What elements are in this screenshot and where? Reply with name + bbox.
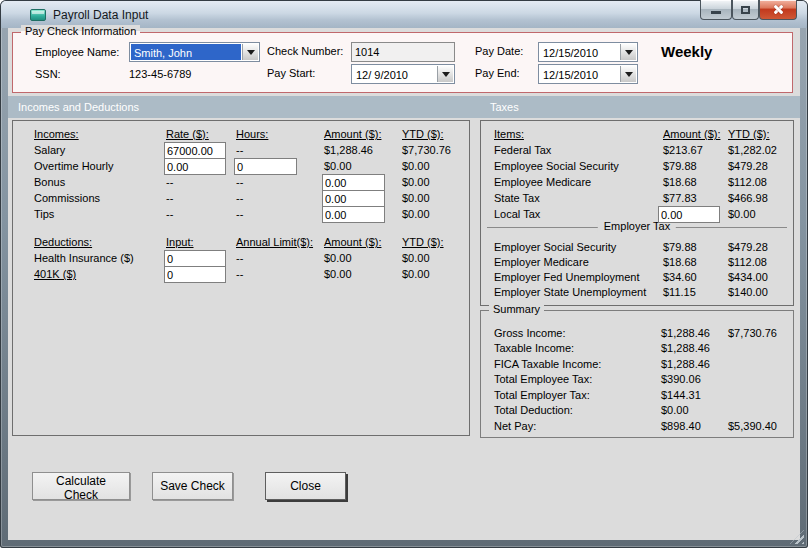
label-net-pay: Net Pay: xyxy=(494,420,536,432)
cell-net-pay-ytd: $5,390.40 xyxy=(728,420,777,432)
input-401k-input[interactable] xyxy=(164,266,226,283)
employer-row-employer-state-unemployment: Employer State Unemployment$11.15$140.00 xyxy=(487,285,787,301)
employer-row-employer-social-security: Employer Social Security$79.88$479.28 xyxy=(487,240,787,256)
pay-start-dropdown-button[interactable] xyxy=(437,66,453,82)
input-overtime-hourly-rate[interactable] xyxy=(164,158,226,175)
incomes-header-ytd: YTD ($): xyxy=(402,128,444,140)
summary-row-net-pay: Net Pay:$898.40$5,390.40 xyxy=(481,419,793,435)
check-number-input[interactable] xyxy=(351,42,455,62)
cell-gross-income-ytd: $7,730.76 xyxy=(728,327,777,339)
chevron-down-icon xyxy=(247,50,255,55)
income-row-bonus: Bonus----$0.00 xyxy=(13,175,469,191)
income-row-salary: Salary--$1,288.46$7,730.76 xyxy=(13,143,469,159)
summary-row-total-deduction: Total Deduction:$0.00 xyxy=(481,403,793,419)
incomes-header-row: Incomes:Rate ($):Hours:Amount ($):YTD ($… xyxy=(13,127,469,143)
deductions-header-input: Input: xyxy=(166,236,194,248)
cell-commissions-ytd: $0.00 xyxy=(402,192,430,204)
chevron-down-icon xyxy=(442,72,450,77)
employee-name-value: Smith, John xyxy=(131,44,241,60)
pay-date-value: 12/15/2010 xyxy=(540,44,619,60)
maximize-button[interactable] xyxy=(732,0,759,20)
label-fica-taxable-income: FICA Taxable Income: xyxy=(494,358,601,370)
pay-date-dropdown-button[interactable] xyxy=(620,44,636,60)
pay-end-dropdown-button[interactable] xyxy=(620,66,636,82)
input-commissions-amount[interactable] xyxy=(322,190,385,207)
maximize-icon xyxy=(741,6,750,14)
employee-name-label: Employee Name: xyxy=(35,46,119,58)
close-icon xyxy=(772,4,783,15)
employee-name-combobox[interactable]: Smith, John xyxy=(129,42,260,62)
cell-gross-income-amount: $1,288.46 xyxy=(661,327,710,339)
incomes-header-rate: Rate ($): xyxy=(166,128,209,140)
label-gross-income: Gross Income: xyxy=(494,327,566,339)
input-bonus-amount[interactable] xyxy=(322,174,385,191)
label-taxable-income: Taxable Income: xyxy=(494,342,574,354)
ssn-label: SSN: xyxy=(35,68,61,80)
cell-commissions-rate: -- xyxy=(166,192,173,204)
label-bonus: Bonus xyxy=(34,176,65,188)
summary-row-fica-taxable-income: FICA Taxable Income:$1,288.46 xyxy=(481,357,793,373)
cell-employer-state-unemployment-amount: $11.15 xyxy=(663,286,696,298)
summary-row-total-employer-tax: Total Employer Tax:$144.31 xyxy=(481,388,793,404)
taxes-header-amount: Amount ($): xyxy=(663,128,720,140)
cell-health-insurance-limit: -- xyxy=(236,252,243,264)
employer-tax-group: Employer Tax Employer Social Security$79… xyxy=(487,227,787,303)
income-row-commissions: Commissions----$0.00 xyxy=(13,191,469,207)
save-check-button[interactable]: Save Check xyxy=(152,472,233,500)
cell-total-employer-tax-amount: $144.31 xyxy=(661,389,701,401)
cell-taxable-income-amount: $1,288.46 xyxy=(661,342,710,354)
cell-total-deduction-amount: $0.00 xyxy=(661,404,689,416)
summary-groupbox: Summary Gross Income:$1,288.46$7,730.76T… xyxy=(480,310,794,438)
cell-employer-fed-unemployment-ytd: $434.00 xyxy=(728,271,768,283)
input-overtime-hourly-hours[interactable] xyxy=(234,158,297,175)
label-employee-social-security: Employee Social Security xyxy=(494,160,619,172)
close-dialog-button[interactable]: Close xyxy=(265,472,346,500)
ssn-value: 123-45-6789 xyxy=(129,68,191,80)
input-tips-amount[interactable] xyxy=(322,206,385,223)
pay-date-picker[interactable]: 12/15/2010 xyxy=(538,42,638,62)
label-employer-state-unemployment: Employer State Unemployment xyxy=(494,286,646,298)
pay-end-picker[interactable]: 12/15/2010 xyxy=(538,64,638,84)
input-salary-rate[interactable] xyxy=(164,142,226,159)
label-401k: 401K ($) xyxy=(34,268,76,280)
cell-employer-medicare-ytd: $112.08 xyxy=(728,256,767,268)
employer-row-employer-fed-unemployment: Employer Fed Unemployment$34.60$434.00 xyxy=(487,270,787,286)
paycheck-info-legend: Pay Check Information xyxy=(21,25,140,37)
cell-401k-ytd: $0.00 xyxy=(402,268,430,280)
pay-date-label: Pay Date: xyxy=(475,45,523,57)
pay-start-picker[interactable]: 12/ 9/2010 xyxy=(351,64,455,84)
pay-start-value: 12/ 9/2010 xyxy=(353,66,436,82)
calculate-check-button[interactable]: Calculate Check xyxy=(32,472,130,500)
cell-employer-medicare-amount: $18.68 xyxy=(663,256,697,268)
label-federal-tax: Federal Tax xyxy=(494,144,551,156)
label-total-deduction: Total Deduction: xyxy=(494,404,573,416)
paycheck-info-groupbox: Pay Check Information Employee Name: Smi… xyxy=(12,32,793,93)
cell-tips-rate: -- xyxy=(166,208,173,220)
close-button[interactable] xyxy=(759,0,797,20)
cell-employer-social-security-ytd: $479.28 xyxy=(728,241,768,253)
dialog-client-area: Pay Check Information Employee Name: Smi… xyxy=(8,28,800,540)
pay-end-label: Pay End: xyxy=(475,67,520,79)
incomes-header-amount: Amount ($): xyxy=(324,128,381,140)
deduction-row-401k: 401K ($)--$0.00$0.00 xyxy=(13,267,469,283)
income-row-overtime-hourly: Overtime Hourly$0.00$0.00 xyxy=(13,159,469,175)
chevron-down-icon xyxy=(625,50,633,55)
minimize-icon xyxy=(711,11,721,14)
title-bar[interactable]: Payroll Data Input xyxy=(1,1,807,28)
cell-tips-hours: -- xyxy=(236,208,243,220)
cell-state-tax-amount: $77.83 xyxy=(663,192,697,204)
cell-employee-social-security-amount: $79.88 xyxy=(663,160,697,172)
employer-row-employer-medicare: Employer Medicare$18.68$112.08 xyxy=(487,255,787,271)
employee-name-dropdown-button[interactable] xyxy=(242,44,258,60)
cell-federal-tax-ytd: $1,282.02 xyxy=(728,144,777,156)
cell-401k-limit: -- xyxy=(236,268,243,280)
input-health-insurance-input[interactable] xyxy=(164,250,226,267)
tax-row-employee-medicare: Employee Medicare$18.68$112.08 xyxy=(481,175,793,191)
label-overtime-hourly: Overtime Hourly xyxy=(34,160,113,172)
cell-salary-amount: $1,288.46 xyxy=(324,144,373,156)
minimize-button[interactable] xyxy=(700,0,732,20)
section-header-bar: Incomes and Deductions Taxes xyxy=(8,96,800,118)
input-local-tax-amount[interactable] xyxy=(658,206,720,223)
cell-bonus-hours: -- xyxy=(236,176,243,188)
label-employee-medicare: Employee Medicare xyxy=(494,176,591,188)
